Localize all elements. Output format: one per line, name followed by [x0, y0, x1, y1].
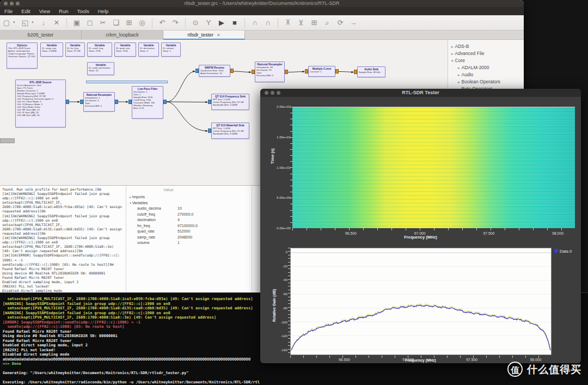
port-complex[interactable] [208, 129, 211, 133]
cut-icon[interactable]: ✂ [96, 16, 109, 30]
block-qt_gui_waterfall_sink[interactable]: QT GUI Waterfall SinkFFT Size: 1.024kCen… [211, 123, 249, 139]
block-var_quad_rate[interactable]: VariableID: quad_rateValue: 512k [114, 42, 136, 57]
block-multiply_const[interactable]: Multiply ConstConstant: 1 [308, 66, 335, 77]
chevron-right-icon[interactable]: ▸ [458, 66, 460, 70]
open-dropdown-caret[interactable]: ▾ [32, 15, 37, 29]
disable-blocks-icon[interactable]: ⊻ [295, 16, 308, 30]
block-rational_resampler_2[interactable]: Rational ResamplerInterpolation: 48Decim… [255, 62, 285, 82]
variable-value[interactable]: 4 [177, 217, 180, 223]
variable-row-volume[interactable]: volume1 [130, 240, 252, 246]
menu-help[interactable]: Help [94, 7, 113, 15]
redo-icon[interactable]: ↷ [169, 16, 182, 30]
port-complex[interactable] [163, 100, 167, 104]
block-var_audio_decimation[interactable]: VariableID: audio_decimationValue: 10 [87, 62, 114, 75]
bus-ports-icon[interactable]: ⊼ [281, 16, 295, 30]
block-var_cutoff_freq[interactable]: VariableID: cutoff_freqValue: 270k [87, 42, 112, 57]
sidebar-item-ads-b[interactable]: ▸ADS-B [451, 42, 524, 50]
console-line: [1m[33m[WARNING] SoapySSDPEndpoint faile… [2, 236, 124, 240]
tab-b205_tester[interactable]: b205_tester [0, 30, 82, 40]
screen-capture-icon[interactable]: ▣ [70, 16, 83, 30]
tab-rtlsdr_tester[interactable]: rtlsdr_tester✕ [163, 30, 245, 40]
sidebar-item-adalm-2000[interactable]: ▸ADALM-2000 [451, 64, 524, 71]
save-flowgraph-icon[interactable]: ↓ [37, 16, 50, 30]
port-complex[interactable] [195, 69, 199, 73]
menu-view[interactable]: View [35, 7, 54, 15]
port-float[interactable] [335, 69, 339, 74]
chevron-right-icon[interactable]: ▸ [451, 45, 454, 48]
open-flowgraph-icon[interactable]: ◱ [19, 16, 32, 30]
menu-run[interactable]: Run [54, 7, 72, 15]
grid-icon[interactable]: ⊞ [308, 16, 321, 30]
port-complex[interactable] [128, 100, 132, 104]
port-complex[interactable] [80, 100, 83, 104]
port-float[interactable] [230, 69, 234, 73]
run-flowgraph-icon[interactable]: ▶ [215, 16, 228, 30]
openhier-icon[interactable]: ∩ [261, 16, 274, 30]
variable-row-fm_freq[interactable]: fm_freq97100000.0 [130, 223, 252, 229]
find-block-icon[interactable]: ⌕ [321, 16, 334, 30]
menu-edit[interactable]: Edit [17, 7, 34, 15]
sdr-titlebar[interactable]: RTL-SDR Tester [260, 89, 581, 97]
variable-row-samp_rate[interactable]: samp_rate2048000 [130, 235, 252, 241]
menu-file[interactable]: File [0, 7, 17, 15]
errors-icon[interactable]: ⊙ [189, 16, 202, 30]
copy-icon[interactable]: ❏ [109, 16, 122, 30]
block-rational_resampler_1[interactable]: Rational ResamplerInterpolation: 1Decima… [83, 92, 115, 112]
variable-editor-icon[interactable]: Y [202, 16, 215, 30]
port-complex[interactable] [208, 100, 211, 104]
variable-value[interactable]: 1 [177, 240, 180, 246]
chevron-down-icon[interactable]: ▾ [451, 59, 454, 63]
grc-titlebar[interactable]: rtlsdr_tester.grc - /Users/whitneyknitte… [0, 0, 524, 7]
variable-row-imports[interactable]: ▸ Imports [130, 194, 252, 200]
variable-value[interactable]: 270000.0 [177, 212, 193, 218]
select-region-icon[interactable]: ◻ [83, 16, 96, 30]
variable-row-cutoff_freq[interactable]: cutoff_freq270000.0 [130, 212, 252, 218]
sidebar-item-audio[interactable]: ▸Audio [451, 71, 524, 78]
console-line: udp://[FF02::c]:1900 on en0 [2, 196, 124, 200]
reload-blocks-icon[interactable]: ∩ [248, 16, 261, 30]
kill-flowgraph-icon[interactable]: ■ [228, 16, 241, 30]
chevron-right-icon[interactable]: ▸ [451, 52, 454, 56]
variable-value[interactable]: 512000 [177, 229, 190, 235]
tab-close-icon[interactable]: ✕ [217, 33, 220, 38]
port-complex[interactable] [115, 100, 118, 104]
block-var_samp_rate[interactable]: VariableID: samp_rateValue: 2.048M [40, 42, 63, 57]
variable-row-quad_rate[interactable]: quad_rate512000 [130, 229, 252, 235]
block-audio_sink[interactable]: Audio SinkSample Rate: 48 kHz [357, 66, 385, 77]
menu-tools[interactable]: Tools [73, 7, 94, 15]
port-complex[interactable] [66, 100, 69, 104]
block-low_pass_filter[interactable]: Low Pass FilterDecimation: 1Gain: 1Sampl… [132, 86, 163, 119]
undo-icon[interactable]: ↶ [156, 16, 169, 30]
sidebar-item-boolean-operators[interactable]: ▸Boolean Operators [451, 78, 524, 85]
block-var_decimation[interactable]: VariableID: decimationValue: 4 [138, 42, 159, 57]
variable-value[interactable]: 2048000 [177, 235, 192, 241]
spectrum-ytick: 0 [273, 250, 287, 254]
probe-icon[interactable]: ◎ [136, 16, 149, 30]
variable-value[interactable]: 97100000.0 [177, 223, 198, 229]
sidebar-item-advanced-file[interactable]: ▸Advanced File [451, 50, 524, 57]
forward-icon[interactable]: → [347, 16, 360, 30]
sidebar-item-core[interactable]: ▾Core [451, 57, 524, 64]
port-float[interactable] [252, 70, 255, 74]
variable-row-variables[interactable]: ▾ Variables [130, 200, 252, 206]
variable-row-decimation[interactable]: decimation4 [130, 217, 252, 223]
variable-row-audio_decima[interactable]: audio_decima10 [130, 206, 252, 212]
chevron-right-icon[interactable]: ▸ [458, 73, 460, 77]
tab-crkm_loopback[interactable]: crkm_loopback [82, 30, 163, 40]
variable-value[interactable]: 10 [177, 206, 182, 212]
block-qt_gui_frequency_sink[interactable]: QT GUI Frequency SinkFFT Size: 1.024kCen… [211, 94, 249, 110]
reload-icon[interactable]: ⟳ [334, 16, 347, 30]
block-var_fm_freq[interactable]: VariableID: fm_freqValue: 97.1M [65, 42, 85, 57]
new-dropdown-caret[interactable]: ▾ [13, 15, 19, 29]
block-var_volume[interactable]: VariableID: volumeValue: 1 [161, 42, 181, 57]
port-float[interactable] [305, 69, 308, 74]
paste-icon[interactable]: ⊞ [122, 16, 136, 30]
close-tab-icon[interactable]: ✕ [50, 16, 63, 30]
block-wbfm_receive[interactable]: WBFM ReceiveQuadrature Rate: 512kAudio D… [199, 65, 230, 77]
block-options[interactable]: OptionsTitle: RTL-SDR TesterAuthor: whit… [7, 42, 38, 69]
port-float[interactable] [285, 70, 288, 74]
port-float[interactable] [354, 70, 357, 74]
chevron-right-icon[interactable]: ▸ [458, 80, 460, 84]
block-rtl_sdr_source[interactable]: RTL-SDR SourceDevice Arguments: rtl=0Syn… [15, 80, 66, 127]
new-flowgraph-icon[interactable]: ▢ [0, 16, 13, 30]
